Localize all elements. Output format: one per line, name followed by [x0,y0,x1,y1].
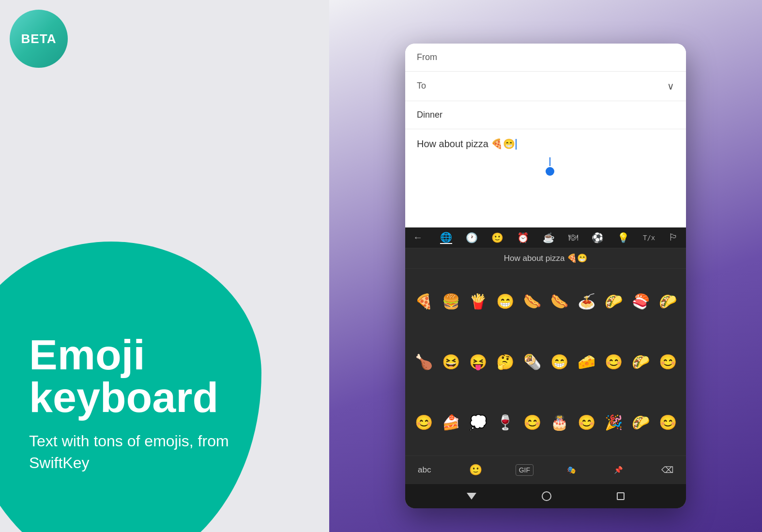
beta-label: BETA [21,31,57,46]
to-field[interactable]: To ∨ [405,72,686,101]
sticker-button[interactable]: 🎭 [562,463,581,477]
left-content: Emoji keyboard Text with tons of emojis,… [29,334,261,474]
prediction-text: How about pizza 🍕😁 [504,254,587,263]
device-mockup: From To ∨ Dinner How about pizza 🍕😁 ← [405,44,686,508]
body-text: How about pizza 🍕😁 [417,138,515,149]
emoji-wrap2[interactable]: 🌮 [628,393,653,452]
emoji-category-bar: ← 🌐 🕐 🙂 ⏰ ☕ 🍽 ⚽ 💡 T/x 🏳 [405,228,686,248]
cursor-drop [546,157,554,176]
clock-icon[interactable]: 🕐 [466,232,478,243]
emoji-sausage[interactable]: 🌭 [519,273,545,331]
from-label: From [417,52,437,62]
bulb-icon[interactable]: 💡 [617,232,629,243]
emoji-burger[interactable]: 🍔 [438,273,463,331]
emoji-wine[interactable]: 🍷 [492,393,518,452]
ball-icon[interactable]: ⚽ [592,232,604,243]
from-field[interactable]: From [405,44,686,72]
emoji-sushi[interactable]: 🍣 [628,273,653,331]
emoji-pizza[interactable]: 🍕 [411,273,436,331]
emoji-party[interactable]: 🎉 [601,393,626,452]
emoji-grin[interactable]: 😁 [492,273,518,331]
emoji-laugh[interactable]: 😆 [438,333,463,391]
home-nav-button[interactable] [542,491,551,501]
to-label: To [417,81,426,91]
main-title: Emoji keyboard [29,334,261,419]
emoji-smile[interactable]: 😊 [601,333,626,391]
emoji-thought[interactable]: 💭 [465,393,490,452]
emoji-cake-slice[interactable]: 🍰 [438,393,463,452]
emoji-taco2[interactable]: 🌮 [655,273,680,331]
globe-icon[interactable]: 🌐 [440,231,452,244]
emoji-hotdog[interactable]: 🌭 [547,273,572,331]
emoji-smile3[interactable]: 😊 [574,393,599,452]
emoji-fries[interactable]: 🍟 [465,273,490,331]
smiley-icon[interactable]: 🙂 [491,232,503,243]
alarm-icon[interactable]: ⏰ [517,232,529,243]
emoji-taco1[interactable]: 🌮 [601,273,626,331]
pin-button[interactable]: 📌 [609,463,628,477]
email-body[interactable]: How about pizza 🍕😁 [405,129,686,178]
emoji-chicken[interactable]: 🍗 [411,333,436,391]
title-line2: keyboard [29,373,218,421]
keyboard-area: ← 🌐 🕐 🙂 ⏰ ☕ 🍽 ⚽ 💡 T/x 🏳 How about pizza … [405,228,686,508]
emoji-happy[interactable]: 😊 [411,393,436,452]
flag-icon[interactable]: 🏳 [669,232,678,243]
emoji-smileface[interactable]: 😊 [655,333,680,391]
emoji-switch-button[interactable]: 🙂 [464,461,487,479]
abc-button[interactable]: abc [413,462,436,478]
emoji-smile4[interactable]: 😊 [655,393,680,452]
subject-text: Dinner [417,110,442,120]
gif-button[interactable]: GIF [516,464,533,476]
left-panel: BETA Emoji keyboard Text with tons of em… [0,0,329,532]
emoji-bigsmile[interactable]: 😁 [547,333,572,391]
subject-field[interactable]: Dinner [405,101,686,129]
subtitle: Text with tons of emojis, from SwiftKey [29,430,261,474]
title-line1: Emoji [29,331,145,379]
cup-icon[interactable]: ☕ [543,232,555,243]
emoji-birthday[interactable]: 🎂 [547,393,572,452]
food-icon[interactable]: 🍽 [568,232,578,243]
emoji-think[interactable]: 🤔 [492,333,518,391]
emoji-pasta[interactable]: 🍝 [574,273,599,331]
emoji-smile2[interactable]: 😊 [519,393,545,452]
right-panel: From To ∨ Dinner How about pizza 🍕😁 ← [329,0,762,532]
back-arrow-icon[interactable]: ← [413,232,423,243]
emoji-burrito[interactable]: 🌯 [519,333,545,391]
text-cursor [516,139,517,150]
backspace-button[interactable]: ⌫ [656,462,678,478]
recents-nav-button[interactable] [617,492,625,500]
email-compose-area: From To ∨ Dinner How about pizza 🍕😁 [405,44,686,228]
keyboard-bottom-bar: abc 🙂 GIF 🎭 📌 ⌫ [405,456,686,484]
special-chars-icon[interactable]: T/x [643,234,655,242]
android-nav-bar [405,484,686,508]
emoji-wrap[interactable]: 🌮 [628,333,653,391]
beta-badge: BETA [10,10,68,68]
emoji-xface[interactable]: 😝 [465,333,490,391]
emoji-grid: 🍕 🍔 🍟 😁 🌭 🌭 🍝 🌮 🍣 🌮 🍗 😆 😝 🤔 🌯 😁 🧀 😊 [405,269,686,456]
chevron-down-icon: ∨ [667,80,674,92]
prediction-bar: How about pizza 🍕😁 [405,248,686,269]
emoji-cheese[interactable]: 🧀 [574,333,599,391]
back-nav-button[interactable] [467,493,476,500]
